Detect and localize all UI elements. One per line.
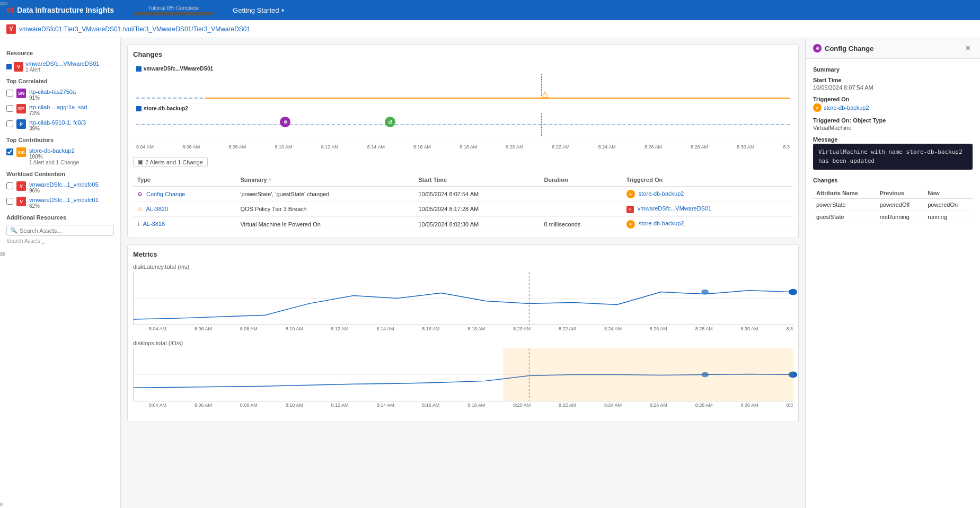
config-change-icon: ⚙ xyxy=(137,191,143,197)
col-duration[interactable]: Duration xyxy=(540,173,622,187)
row1-name: vmwareDSfc...VMwareDS01 xyxy=(144,66,213,72)
row1-color xyxy=(136,66,142,72)
correlated-badge-1: SP xyxy=(16,104,26,113)
changes-rp-section: Changes Attribute Name Previous New powe… xyxy=(813,177,973,223)
right-panel-body: Summary Start Time 10/05/2024 8:07:54 AM… xyxy=(806,59,980,238)
summary-title: Summary xyxy=(813,66,973,73)
workload-link-1[interactable]: vmwareDSfc...1_vmdsfc01 xyxy=(29,197,99,203)
power-on-dot: ↺ xyxy=(385,117,395,127)
triggered-on-object-type-label: Triggered On: Object Type xyxy=(813,117,973,124)
correlated-percent-2: 39% xyxy=(29,126,86,132)
contributor-link-0[interactable]: store-db-backup2 xyxy=(29,147,79,154)
correlated-item-2[interactable]: P rtp-cilab-6510-1: fc0/3 39% xyxy=(6,119,114,132)
al3820-link[interactable]: AL-3820 xyxy=(146,206,168,212)
timeline-row-2: store-db-backup2 ⚙ ↺ xyxy=(133,103,793,143)
workload-item-0[interactable]: V vmwareDSfc...1_vmdsfc05 96% xyxy=(6,181,114,194)
timeline-vert-line xyxy=(541,74,542,96)
right-panel-header: ⚙ Config Change × xyxy=(806,38,980,59)
workload-link-0[interactable]: vmwareDSfc...1_vmdsfc05 xyxy=(29,181,99,188)
correlated-link-2[interactable]: rtp-cilab-6510-1: fc0/3 xyxy=(29,119,86,126)
search-assets-input[interactable] xyxy=(20,227,110,234)
triggered-on-label: Triggered On xyxy=(813,96,973,102)
correlated-item-1[interactable]: SP rtp-cilab-...aggr1a_ssd 73% xyxy=(6,104,114,116)
rp-col-attribute: Attribute Name xyxy=(813,188,877,199)
table-row: ⚠ AL-3820 QOS Policy Tier 3 Breach 10/05… xyxy=(133,202,793,217)
triggered-cell-1: V vmwareDSfc...VMwareDS01 xyxy=(622,202,793,217)
message-label: Message xyxy=(813,136,973,143)
rp-prev-1: notRunning xyxy=(877,211,925,223)
triggered-icon-1: V xyxy=(626,206,634,213)
col-triggeredon[interactable]: Triggered On xyxy=(622,173,793,187)
highlight-region xyxy=(503,348,793,401)
triggered-link-2[interactable]: store-db-backup2 xyxy=(639,220,684,226)
getting-started-menu[interactable]: Getting Started ▾ xyxy=(233,6,284,14)
correlated-percent-1: 73% xyxy=(29,110,87,116)
search-assets-input-wrap[interactable]: 🔍 xyxy=(6,225,114,236)
rp-attr-1: guestState xyxy=(813,211,877,223)
triggered-on-value[interactable]: ● store-db-backup2 xyxy=(813,103,973,112)
config-change-panel-icon: ⚙ xyxy=(813,44,822,52)
correlated-badge-0: SN xyxy=(16,89,26,98)
triggered-link-0[interactable]: store-db-backup2 xyxy=(639,190,684,197)
resource-section-title: Resource xyxy=(6,50,114,56)
contributor-badge-0: vm xyxy=(16,147,26,157)
changes-table: Type Summary ↑ Start Time Duration Trigg… xyxy=(133,173,793,232)
triggered-on-link[interactable]: store-db-backup2 xyxy=(824,104,869,111)
col-summary[interactable]: Summary ↑ xyxy=(236,173,414,187)
progress-track xyxy=(134,12,213,15)
triggered-icon-0: ● xyxy=(626,190,635,198)
metrics-section: Metrics diskLatency.total (ms) 100500 xyxy=(127,244,799,422)
correlated-link-1[interactable]: rtp-cilab-...aggr1a_ssd xyxy=(29,104,87,110)
duration-cell-0 xyxy=(540,187,622,202)
rp-new-0: poweredOn xyxy=(924,199,973,211)
resource-link[interactable]: vmwareDSfc...VMwareDS01 xyxy=(25,60,99,67)
workload-badge-0: V xyxy=(16,181,26,191)
breadcrumb: V vmwareDSfc01:Tier3_VMwareDS01:/vol/Tie… xyxy=(0,20,980,38)
changes-section: Changes vmwareDSfc...VMwareDS01 ⚠ xyxy=(127,45,799,238)
row1-chart: ⚠ xyxy=(136,74,790,96)
disk-latency-chart-area: 100500 xyxy=(133,272,793,325)
triggered-cell-0: ● store-db-backup2 xyxy=(622,187,793,202)
breadcrumb-path: vmwareDSfc01:Tier3_VMwareDS01:/vol/Tier3… xyxy=(19,25,250,33)
correlated-item-0[interactable]: SN rtp-cilab-fas2750a 91% xyxy=(6,89,114,101)
row2-chart: ⚙ ↺ xyxy=(136,113,790,136)
progress-bar-container: Tutorial 0% Complete xyxy=(120,5,226,15)
duration-cell-1 xyxy=(540,202,622,217)
triggered-link-1[interactable]: vmwareDSfc...VMwareDS01 xyxy=(638,205,711,212)
correlated-link-0[interactable]: rtp-cilab-fas2750a xyxy=(29,89,76,95)
rp-col-previous: Previous xyxy=(877,188,925,199)
timeline-xaxis: 8:04 AM8:06 AM8:08 AM8:10 AM 8:12 AM8:14… xyxy=(133,143,793,151)
workload-item-1[interactable]: V vmwareDSfc...1_vmdsfc01 62% xyxy=(6,197,114,209)
timeline-row-1: vmwareDSfc...VMwareDS01 ⚠ xyxy=(133,64,793,103)
table-row: ℹ AL-3818 Virtual Machine Is Powered On … xyxy=(133,216,793,232)
close-panel-button[interactable]: × xyxy=(964,43,973,53)
col-type[interactable]: Type xyxy=(133,173,236,187)
contributor-item-0[interactable]: vm store-db-backup2 100% 1 Alert and 1 C… xyxy=(6,147,114,165)
svg-point-1 xyxy=(701,289,709,294)
row2-name: store-db-backup2 xyxy=(144,106,188,111)
resource-item[interactable]: V vmwareDSfc...VMwareDS01 1 Alert xyxy=(6,60,114,73)
col-starttime[interactable]: Start Time xyxy=(414,173,540,187)
starttime-cell-0: 10/05/2024 8:07:54 AM xyxy=(414,187,540,202)
triggered-on-object-type-value: VirtualMachine xyxy=(813,125,973,131)
right-panel-title-container: ⚙ Config Change xyxy=(813,44,873,52)
summary-cell-0: 'powerState', 'guestState' changed xyxy=(236,187,414,202)
brand-logo: et Data Infrastructure Insights xyxy=(6,5,114,15)
type-cell-2: ℹ AL-3818 xyxy=(133,216,236,232)
triggered-cell-2: ● store-db-backup2 xyxy=(622,216,793,232)
disklops-plot xyxy=(133,348,793,401)
progress-text: Tutorial 0% Complete xyxy=(148,5,199,11)
contributor-detail-0: 1 Alert and 1 Change xyxy=(29,160,79,165)
alert-warning-icon: ⚠ xyxy=(137,206,143,212)
disk-latency-chart: diskLatency.total (ms) 100500 xyxy=(133,264,793,331)
summary-section: Summary Start Time 10/05/2024 8:07:54 AM… xyxy=(813,66,973,170)
disk-latency-title: diskLatency.total (ms) xyxy=(133,264,793,270)
contributor-percent-0: 100% xyxy=(29,154,79,160)
top-correlated-title: Top Correlated xyxy=(6,78,114,84)
disk-latency-svg xyxy=(134,272,793,325)
alerts-text: 2 Alerts and 1 Change xyxy=(145,159,203,165)
timeline-container: vmwareDSfc...VMwareDS01 ⚠ store-db-backu… xyxy=(133,64,793,151)
al3818-link[interactable]: AL-3818 xyxy=(143,221,165,227)
right-panel: ⚙ Config Change × Summary Start Time 10/… xyxy=(805,38,980,508)
config-change-link[interactable]: Config Change xyxy=(146,191,185,197)
